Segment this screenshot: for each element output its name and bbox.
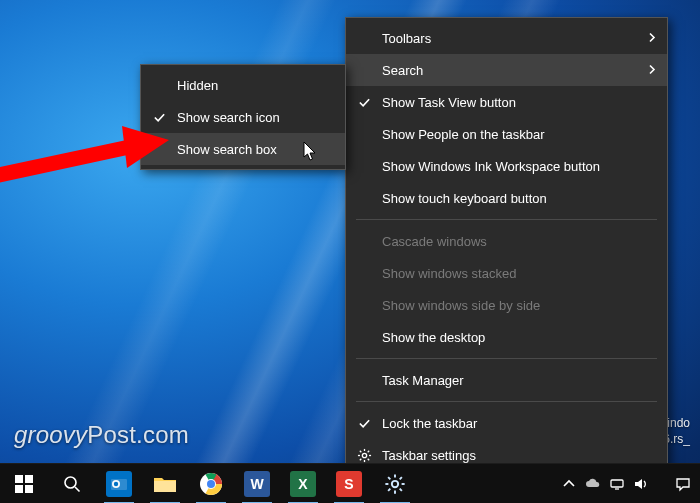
svg-rect-34: [611, 480, 623, 487]
svg-line-7: [359, 458, 361, 460]
outlook-icon: [106, 471, 132, 497]
svg-line-33: [400, 477, 402, 479]
main-menu-separator: [356, 358, 657, 359]
svg-point-0: [362, 453, 366, 457]
main-menu-item-lock[interactable]: Lock the taskbar: [346, 407, 667, 439]
watermark-suffix: .com: [136, 421, 189, 448]
tray-overflow-button[interactable]: [558, 464, 580, 504]
tray-onedrive-icon[interactable]: [582, 464, 604, 504]
main-menu-item-label: Show windows side by side: [382, 298, 639, 313]
main-menu-item-label: Show People on the taskbar: [382, 127, 639, 142]
main-menu-item-label: Show the desktop: [382, 330, 639, 345]
svg-point-24: [207, 480, 215, 488]
taskbar-app-excel[interactable]: X: [280, 464, 326, 504]
svg-line-9: [0, 146, 134, 176]
search-submenu[interactable]: HiddenShow search iconShow search box: [140, 64, 346, 170]
volume-icon: [633, 476, 649, 492]
word-icon: W: [244, 471, 270, 497]
svg-line-6: [367, 458, 369, 460]
taskbar-app-snagit[interactable]: S: [326, 464, 372, 504]
desktop[interactable]: groovyPost.com Windo 17686.rs_ ToolbarsS…: [0, 0, 700, 503]
taskbar-context-menu[interactable]: ToolbarsSearchShow Task View buttonShow …: [345, 17, 668, 476]
search-icon: [63, 475, 81, 493]
notification-icon: [675, 476, 691, 492]
main-menu-item-label: Cascade windows: [382, 234, 639, 249]
svg-line-30: [388, 477, 390, 479]
check-icon: [346, 96, 382, 109]
svg-point-25: [392, 480, 398, 486]
taskbar-app-file-explorer[interactable]: [142, 464, 188, 504]
check-icon: [141, 111, 177, 124]
excel-icon: X: [290, 471, 316, 497]
taskbar-app-chrome[interactable]: [188, 464, 234, 504]
main-menu-item-label: Show Windows Ink Workspace button: [382, 159, 639, 174]
main-menu-item-sidebyside: Show windows side by side: [346, 289, 667, 321]
main-menu-separator: [356, 401, 657, 402]
main-menu-item-label: Toolbars: [382, 31, 639, 46]
taskbar-app-word[interactable]: W: [234, 464, 280, 504]
settings-icon: [382, 471, 408, 497]
watermark: groovyPost.com: [14, 421, 189, 449]
taskbar-app-settings[interactable]: [372, 464, 418, 504]
taskbar-left: WXS: [0, 464, 418, 503]
main-menu-item-label: Show Task View button: [382, 95, 639, 110]
main-menu-item-toolbars[interactable]: Toolbars: [346, 22, 667, 54]
sub-menu-item-showbox[interactable]: Show search box: [141, 133, 345, 165]
chevron-right-icon: [647, 31, 657, 46]
svg-line-8: [367, 450, 369, 452]
main-menu-item-ink[interactable]: Show Windows Ink Workspace button: [346, 150, 667, 182]
sub-menu-item-showicon[interactable]: Show search icon: [141, 101, 345, 133]
tray-volume-icon[interactable]: [630, 464, 652, 504]
network-icon: [609, 476, 625, 492]
main-menu-item-label: Task Manager: [382, 373, 639, 388]
sub-menu-item-label: Hidden: [177, 78, 317, 93]
main-menu-item-stacked: Show windows stacked: [346, 257, 667, 289]
main-menu-item-taskview[interactable]: Show Task View button: [346, 86, 667, 118]
file-explorer-icon: [152, 471, 178, 497]
main-menu-item-people[interactable]: Show People on the taskbar: [346, 118, 667, 150]
gear-icon: [346, 448, 382, 463]
svg-rect-20: [154, 481, 176, 492]
main-menu-item-label: Show windows stacked: [382, 266, 639, 281]
main-menu-item-cascade: Cascade windows: [346, 225, 667, 257]
chevron-up-icon: [561, 476, 577, 492]
watermark-brand-second: Post: [87, 421, 136, 448]
sub-menu-item-label: Show search icon: [177, 110, 317, 125]
check-icon: [346, 417, 382, 430]
svg-rect-12: [25, 475, 33, 483]
main-menu-item-showdesktop[interactable]: Show the desktop: [346, 321, 667, 353]
svg-point-15: [65, 477, 76, 488]
svg-line-31: [400, 488, 402, 490]
windows-logo-icon: [15, 475, 33, 493]
main-menu-item-touchkb[interactable]: Show touch keyboard button: [346, 182, 667, 214]
sub-menu-item-label: Show search box: [177, 142, 317, 157]
main-menu-item-taskmgr[interactable]: Task Manager: [346, 364, 667, 396]
main-menu-item-label: Search: [382, 63, 639, 78]
tray-network-icon[interactable]: [606, 464, 628, 504]
chrome-icon: [198, 471, 224, 497]
svg-line-32: [388, 488, 390, 490]
main-menu-item-search[interactable]: Search: [346, 54, 667, 86]
taskbar-app-outlook[interactable]: [96, 464, 142, 504]
svg-point-19: [114, 481, 118, 485]
cloud-icon: [585, 476, 601, 492]
snagit-icon: S: [336, 471, 362, 497]
watermark-brand-first: groovy: [14, 421, 87, 448]
chevron-right-icon: [647, 63, 657, 78]
svg-line-5: [359, 450, 361, 452]
taskbar-apps: WXS: [96, 464, 418, 504]
main-menu-separator: [356, 219, 657, 220]
system-tray[interactable]: [558, 464, 700, 503]
action-center-button[interactable]: [672, 464, 694, 504]
svg-rect-11: [15, 475, 23, 483]
sub-menu-item-hidden[interactable]: Hidden: [141, 69, 345, 101]
svg-line-16: [75, 487, 80, 492]
main-menu-item-label: Show touch keyboard button: [382, 191, 639, 206]
svg-rect-14: [25, 485, 33, 493]
main-menu-item-label: Lock the taskbar: [382, 416, 639, 431]
start-button[interactable]: [0, 464, 48, 504]
search-button[interactable]: [48, 464, 96, 504]
main-menu-item-label: Taskbar settings: [382, 448, 639, 463]
svg-rect-13: [15, 485, 23, 493]
taskbar[interactable]: WXS: [0, 463, 700, 503]
